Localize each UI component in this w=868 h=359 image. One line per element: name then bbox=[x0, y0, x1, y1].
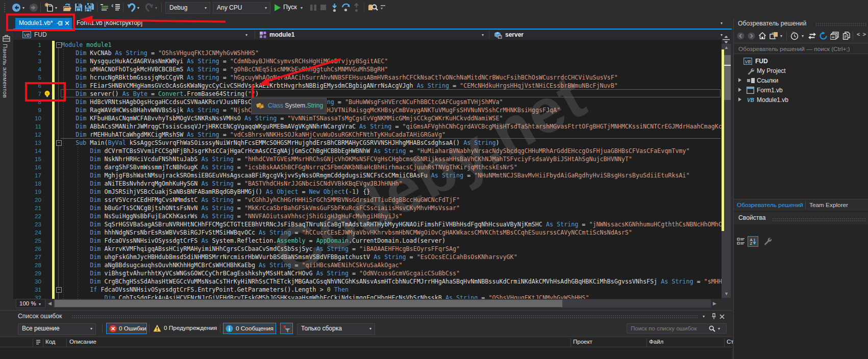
pin-icon[interactable] bbox=[57, 20, 63, 26]
property-pages-wrench-icon[interactable] bbox=[763, 237, 772, 245]
code-line-28[interactable]: Dim aNgBBdsugcauqhsOuvhNKhhHgMCBrCsWHCHB… bbox=[61, 261, 403, 269]
error-scope-select[interactable]: Все решение ▾ bbox=[18, 323, 96, 335]
code-line-2[interactable]: Dim KvCNAb As String = "OShsVHguqFKtJCNM… bbox=[61, 49, 259, 57]
code-line-10[interactable]: Dim KFbuHBAsCNqmWCFABvvhyTsbMOgVcSNKRsNs… bbox=[61, 114, 503, 122]
nav-type-caret-icon[interactable]: ▾ bbox=[482, 33, 484, 37]
nav-project-dropdown[interactable]: FUD bbox=[34, 31, 47, 38]
debug-configuration-select[interactable]: Debug ▾ bbox=[165, 2, 210, 14]
open-file-icon[interactable] bbox=[62, 3, 73, 13]
code-line-13[interactable]: Sub Main(ByVal kSsAggcSSuvrqFhWaSOisssyN… bbox=[61, 139, 500, 147]
expander-icon[interactable] bbox=[738, 88, 741, 92]
close-icon[interactable] bbox=[65, 21, 69, 25]
code-line-30[interactable]: Dim CrgBChgHSsSdAhasHtWEGCcVuMMsNsaCsTHr… bbox=[61, 277, 722, 286]
code-line-12[interactable]: Dim rMEHHuhATCaWhgdMKCigMRshSW As String… bbox=[61, 131, 445, 139]
toolbox-sidebar[interactable]: Панель элементов bbox=[0, 15, 13, 310]
comment-lines-icon[interactable] bbox=[101, 4, 109, 12]
save-icon[interactable] bbox=[75, 3, 83, 12]
code-line-24[interactable]: Dim hhhNdgNSrsNbrEsRsWBVvSBiRGJFvStMSiHW… bbox=[61, 228, 632, 237]
fold-collapse-box[interactable]: − bbox=[56, 140, 62, 146]
fold-collapse-box[interactable]: − bbox=[56, 287, 62, 293]
se-forward-icon[interactable] bbox=[748, 32, 755, 40]
tab-module1[interactable]: Module1.vb* bbox=[15, 18, 72, 29]
code-line-22[interactable]: Dim NsSuiHggNsBbFujEaCKhKasrWs As String… bbox=[61, 212, 403, 220]
platform-select[interactable]: Any CPU ▾ bbox=[213, 2, 270, 14]
column-file[interactable]: Файл bbox=[649, 339, 663, 345]
se-switch-views-caret-icon[interactable]: ▾ bbox=[780, 34, 782, 38]
code-editor[interactable]: Codeby.net 12345678910111213141516171819… bbox=[13, 40, 722, 299]
code-line-25[interactable]: Dim FdcaOVssNNHsivOSyssdgtCrFS As System… bbox=[61, 237, 445, 245]
code-line-21[interactable]: Dim bBuGrTsSCNCgBjtshONtsFsNvN As String… bbox=[61, 204, 460, 212]
error-list-close-icon[interactable] bbox=[720, 314, 725, 319]
code-line-26[interactable]: Dim AkrrvKVMFhqigqABssHCiyRMAHyimiNHhCgr… bbox=[61, 245, 460, 253]
se-home-icon[interactable] bbox=[758, 32, 766, 40]
splitter-handle-icon[interactable] bbox=[723, 36, 730, 43]
code-line-16[interactable]: Dim dargShFSBvmWssmmjTcNBhGugK As String… bbox=[61, 163, 517, 171]
nav-type-dropdown[interactable]: module1 bbox=[269, 31, 294, 38]
code-line-20[interactable]: Dim ssrVSVcrsCEdHFMgCvsNMmdstC As String… bbox=[61, 196, 460, 204]
bottom-tab-solution-explorer[interactable]: Обозреватель решений bbox=[737, 201, 803, 209]
code-line-19[interactable]: Dim OmJSRSihjVSBcCuakjSaNBsBNFABamRBqdGB… bbox=[61, 188, 370, 196]
tree-item-project[interactable]: VB FUD bbox=[734, 57, 868, 66]
build-filter-select[interactable]: Только сборка ▾ bbox=[297, 323, 375, 335]
se-collapse-all-icon[interactable] bbox=[830, 32, 839, 40]
hscroll-right-icon[interactable]: ▶ bbox=[713, 301, 716, 306]
hscroll-track[interactable] bbox=[54, 299, 711, 307]
redo-icon[interactable] bbox=[144, 3, 154, 13]
new-file-icon[interactable] bbox=[44, 3, 54, 13]
toolbar-overflow-button[interactable]: ▾ bbox=[381, 5, 386, 11]
code-line-4[interactable]: Dim uMHACNOFhOTsgkMcHVBCBCBEmS As String… bbox=[61, 65, 388, 73]
alphabetical-sort-button[interactable]: A Z bbox=[748, 236, 758, 247]
undo-icon[interactable] bbox=[127, 3, 136, 13]
vscroll-down-icon[interactable]: ▼ bbox=[724, 292, 729, 296]
filter-toggle-button[interactable] bbox=[280, 323, 293, 334]
se-switch-views-icon[interactable] bbox=[770, 32, 778, 40]
code-line-17[interactable]: Dim MghjgFBshWatNMsujrackSROmsiEBGEuVHsA… bbox=[61, 171, 689, 179]
zoom-control[interactable]: 100 % ▾ bbox=[16, 299, 45, 308]
stop-icon[interactable] bbox=[320, 4, 327, 11]
se-pending-changes-caret-icon[interactable]: ▾ bbox=[802, 34, 804, 38]
tree-item-my-project[interactable]: My Project bbox=[734, 66, 868, 76]
hscroll-left-icon[interactable]: ◀ bbox=[48, 301, 52, 306]
new-file-dropdown[interactable]: ▾ bbox=[55, 6, 57, 10]
nav-project-caret-icon[interactable]: ▾ bbox=[245, 33, 247, 37]
lightbulb-icon[interactable] bbox=[43, 90, 51, 98]
code-line-5[interactable]: Dim hcrucNgRBktbmGsssjqMsCCgVR As String… bbox=[61, 73, 618, 82]
code-line-15[interactable]: Dim NskNhrHRHciVcduFNShNtuJabS As String… bbox=[61, 155, 632, 163]
se-properties-pages-icon[interactable] bbox=[841, 32, 851, 40]
error-list-menu-icon[interactable]: ▾ bbox=[703, 315, 705, 319]
se-sync-icon[interactable] bbox=[808, 32, 816, 40]
se-refresh-icon[interactable] bbox=[819, 32, 828, 40]
tree-item-form1[interactable]: Form1.vb bbox=[734, 86, 868, 95]
navigate-back-dropdown[interactable]: ▾ bbox=[22, 6, 24, 10]
step-into-icon[interactable] bbox=[331, 3, 338, 12]
vscroll-up-icon[interactable]: ▲ bbox=[724, 45, 729, 50]
warnings-filter-button[interactable]: 0 Предупреждения bbox=[152, 323, 218, 334]
code-line-18[interactable]: Dim aNiTEBsNvhdvrqMgOmhKuHySGN As String… bbox=[61, 179, 403, 188]
code-line-6[interactable]: Dim FEiarSHNBVCMHgHamsGVcOcAsGsKWaNgycCy… bbox=[61, 82, 618, 90]
code-line-3[interactable]: Dim NysgqucHukACdAGRVasNmKWRyi As String… bbox=[61, 57, 388, 65]
code-line-31[interactable]: If FdcaOVssNNHsivOSyssdgtCrFS.EntryPoint… bbox=[61, 286, 349, 294]
error-search-box[interactable]: Поиск по списку ошибок ▾ bbox=[627, 323, 727, 334]
redo-dropdown[interactable]: ▾ bbox=[155, 6, 157, 10]
code-line-29[interactable]: Dim viBhsgtvAhurhhtKyVCsWNGsGOWCCyChrBCa… bbox=[61, 269, 460, 277]
se-pending-changes-icon[interactable] bbox=[790, 32, 799, 40]
code-line-1[interactable]: Module module1 bbox=[61, 41, 112, 49]
hscroll-thumb[interactable] bbox=[55, 300, 562, 307]
bottom-tab-team-explorer[interactable]: Team Explorer bbox=[809, 201, 848, 209]
uncomment-lines-icon[interactable] bbox=[111, 4, 120, 12]
column-description[interactable]: Описание bbox=[69, 339, 96, 345]
tree-item-references[interactable]: Ссылки bbox=[734, 76, 868, 86]
categorized-icon[interactable] bbox=[737, 238, 745, 246]
navigate-forward-icon[interactable] bbox=[29, 3, 38, 12]
code-line-32[interactable]: Dim CghTsSdgEckAuAsiHCVENrNJrGiVEHdBrvTE… bbox=[61, 294, 589, 299]
find-in-files-icon[interactable] bbox=[368, 3, 378, 13]
code-line-11[interactable]: Dim ABbACsSMANihrJWMrqgCTssisCasqVJrjHRK… bbox=[61, 122, 722, 131]
messages-filter-button[interactable]: 0 Сообщения bbox=[223, 323, 276, 334]
solution-search-box[interactable]: Обозреватель решений — поиск (Ctrl+;) bbox=[734, 43, 868, 54]
expander-icon[interactable] bbox=[738, 78, 741, 82]
save-all-icon[interactable] bbox=[84, 3, 94, 12]
properties-title-bar[interactable]: Свойства bbox=[734, 212, 868, 224]
column-project[interactable]: Проект bbox=[573, 339, 592, 345]
step-over-icon[interactable] bbox=[341, 3, 350, 12]
undo-dropdown[interactable]: ▾ bbox=[137, 6, 139, 10]
